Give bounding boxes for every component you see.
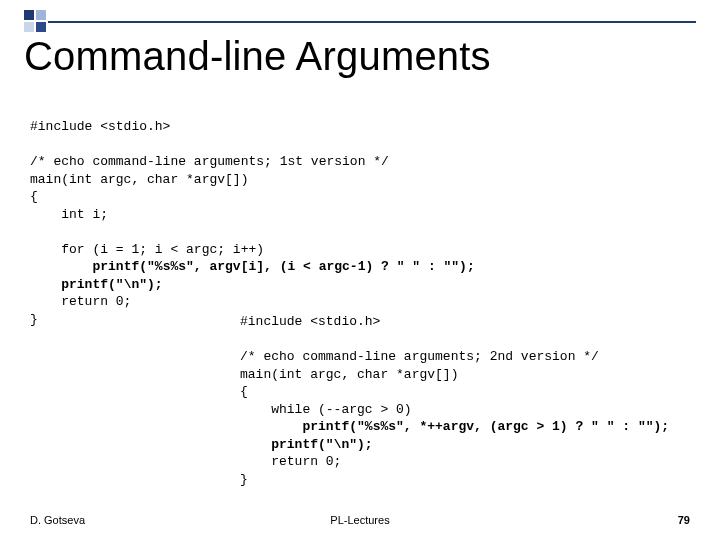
- code-line: return 0;: [240, 454, 341, 469]
- code-line: {: [30, 189, 38, 204]
- code-line: }: [30, 312, 38, 327]
- code-line: main(int argc, char *argv[]): [30, 172, 248, 187]
- code-block-2: #include <stdio.h> /* echo command-line …: [240, 313, 669, 488]
- code-line: for (i = 1; i < argc; i++): [30, 242, 264, 257]
- code-line-bold: printf("\n");: [271, 437, 372, 452]
- footer: D. Gotseva PL-Lectures 79: [0, 508, 720, 526]
- slide-title: Command-line Arguments: [24, 34, 491, 79]
- code-line-indent: [240, 419, 302, 434]
- code-line: while (--argc > 0): [240, 402, 412, 417]
- slide: Command-line Arguments #include <stdio.h…: [0, 0, 720, 540]
- code-line-bold: printf("%s%s", *++argv, (argc > 1) ? " "…: [302, 419, 669, 434]
- title-rule: [48, 21, 696, 23]
- footer-page-number: 79: [678, 514, 690, 526]
- code-line: /* echo command-line arguments; 1st vers…: [30, 154, 389, 169]
- code-line: #include <stdio.h>: [240, 314, 380, 329]
- accent-square-icon: [24, 10, 46, 32]
- code-line-indent: [30, 277, 61, 292]
- code-line-indent: [30, 259, 92, 274]
- code-line-indent: [240, 437, 271, 452]
- code-line-bold: printf("%s%s", argv[i], (i < argc-1) ? "…: [92, 259, 474, 274]
- code-line: #include <stdio.h>: [30, 119, 170, 134]
- code-line: {: [240, 384, 248, 399]
- code-line-bold: printf("\n");: [61, 277, 162, 292]
- code-line: }: [240, 472, 248, 487]
- code-line: /* echo command-line arguments; 2nd vers…: [240, 349, 599, 364]
- code-line: main(int argc, char *argv[]): [240, 367, 458, 382]
- code-block-1: #include <stdio.h> /* echo command-line …: [30, 118, 475, 329]
- code-line: int i;: [30, 207, 108, 222]
- footer-center: PL-Lectures: [0, 514, 720, 526]
- code-line: return 0;: [30, 294, 131, 309]
